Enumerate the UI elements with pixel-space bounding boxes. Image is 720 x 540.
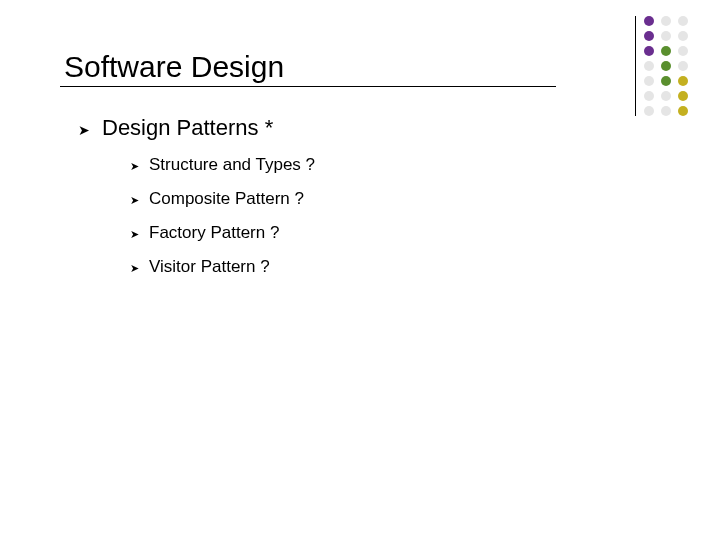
- slide: Software Design ➤ Design Patterns * ➤ St…: [0, 0, 720, 540]
- bullet-icon: ➤: [130, 157, 139, 175]
- dot-icon: [661, 91, 671, 101]
- dot-icon: [678, 46, 688, 56]
- dot-icon: [661, 106, 671, 116]
- bullet-icon: ➤: [78, 119, 90, 141]
- list-item: ➤ Structure and Types ?: [130, 155, 660, 175]
- list-item: ➤ Visitor Pattern ?: [130, 257, 660, 277]
- list-item-label: Factory Pattern ?: [149, 223, 279, 243]
- dot-icon: [678, 106, 688, 116]
- dot-icon: [661, 46, 671, 56]
- dot-icon: [644, 91, 654, 101]
- dot-icon: [678, 91, 688, 101]
- dot-icon: [644, 16, 654, 26]
- dot-column: [661, 16, 671, 116]
- dot-icon: [661, 61, 671, 71]
- decorative-dot-grid: [635, 16, 688, 116]
- list-item-label: Composite Pattern ?: [149, 189, 304, 209]
- bullet-level-1: ➤ Design Patterns * ➤ Structure and Type…: [60, 115, 660, 277]
- list-item-label: Structure and Types ?: [149, 155, 315, 175]
- slide-title: Software Design: [60, 50, 556, 87]
- dot-icon: [661, 16, 671, 26]
- dot-column: [644, 16, 654, 116]
- dot-icon: [644, 31, 654, 41]
- dot-icon: [661, 31, 671, 41]
- dot-icon: [678, 31, 688, 41]
- bullet-icon: ➤: [130, 225, 139, 243]
- dot-icon: [644, 61, 654, 71]
- dot-icon: [644, 106, 654, 116]
- dot-icon: [678, 16, 688, 26]
- dot-icon: [661, 76, 671, 86]
- list-item: ➤ Composite Pattern ?: [130, 189, 660, 209]
- dot-icon: [644, 46, 654, 56]
- bullet-icon: ➤: [130, 259, 139, 277]
- dot-icon: [678, 61, 688, 71]
- list-item-label: Visitor Pattern ?: [149, 257, 270, 277]
- bullet-level-2: ➤ Structure and Types ? ➤ Composite Patt…: [78, 155, 660, 277]
- list-item: ➤ Factory Pattern ?: [130, 223, 660, 243]
- dot-icon: [678, 76, 688, 86]
- list-item-label: Design Patterns *: [102, 115, 273, 141]
- dot-column: [678, 16, 688, 116]
- bullet-icon: ➤: [130, 191, 139, 209]
- dot-icon: [644, 76, 654, 86]
- list-item: ➤ Design Patterns *: [78, 115, 660, 141]
